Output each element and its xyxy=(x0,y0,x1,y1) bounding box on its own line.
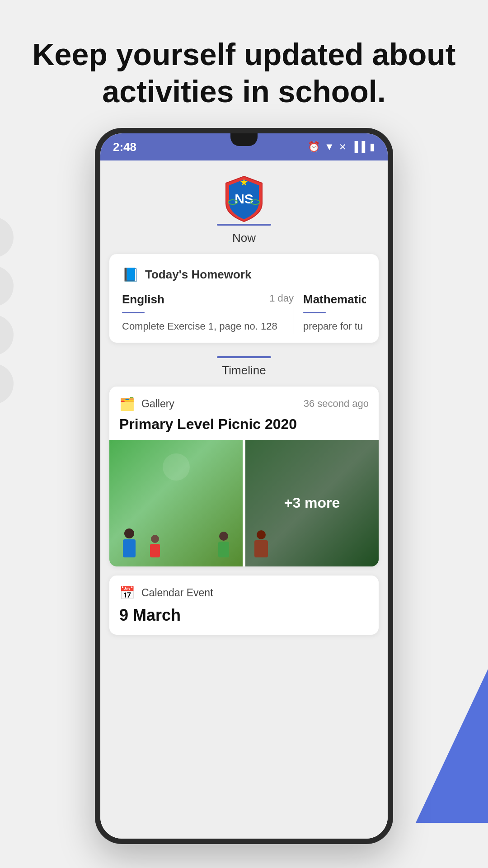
alarm-icon: ⏰ xyxy=(308,141,320,153)
more-images-overlay: +3 more xyxy=(245,440,379,566)
english-days: 1 day xyxy=(269,292,294,304)
gallery-img-outdoor-1 xyxy=(109,440,243,566)
gallery-card[interactable]: 🗂️ Gallery 36 second ago Primary Level P… xyxy=(109,387,379,566)
signal-x-icon: ✕ xyxy=(339,142,347,152)
phone-mockup: 2:48 ⏰ ▼ ✕ ▐▐ ▮ NS xyxy=(0,128,488,844)
gallery-card-header: 🗂️ Gallery 36 second ago xyxy=(119,396,369,411)
page-title: Keep yourself updated about activities i… xyxy=(27,36,461,110)
app-content: NS Now 📘 Today's Homework xyxy=(100,160,388,839)
gallery-image-2: +3 more xyxy=(245,440,379,566)
math-underline xyxy=(303,312,326,313)
gallery-type: Gallery xyxy=(141,398,174,410)
english-underline xyxy=(122,312,145,313)
calendar-event-date: 9 March xyxy=(119,606,369,625)
homework-card-header: 📘 Today's Homework xyxy=(122,267,366,283)
calendar-event-card[interactable]: 📅 Calendar Event 9 March xyxy=(109,576,379,635)
camera-notch xyxy=(230,133,258,146)
timeline-section: Timeline xyxy=(100,352,388,387)
status-icons: ⏰ ▼ ✕ ▐▐ ▮ xyxy=(308,141,375,153)
english-subject-name: English xyxy=(122,292,164,307)
gallery-event-title: Primary Level Picnic 2020 xyxy=(119,416,369,433)
logo-underline xyxy=(217,224,271,226)
homework-icon: 📘 xyxy=(122,267,139,283)
phone-frame: 2:48 ⏰ ▼ ✕ ▐▐ ▮ NS xyxy=(95,128,393,844)
status-bar: 2:48 ⏰ ▼ ✕ ▐▐ ▮ xyxy=(100,133,388,160)
school-logo-svg: NS xyxy=(221,174,267,224)
english-row-top: English 1 day xyxy=(122,292,294,309)
math-row-top: Mathematic xyxy=(303,292,366,309)
status-time: 2:48 xyxy=(113,140,136,154)
calendar-event-type: Calendar Event xyxy=(141,587,213,599)
svg-text:NS: NS xyxy=(235,191,253,206)
page-header: Keep yourself updated about activities i… xyxy=(0,0,488,128)
more-count: +3 more xyxy=(284,495,340,511)
logo-section: NS Now xyxy=(100,160,388,254)
gallery-time: 36 second ago xyxy=(304,398,369,410)
now-label: Now xyxy=(232,231,256,245)
math-task: prepare for tu xyxy=(303,321,363,332)
timeline-underline xyxy=(217,356,271,358)
calendar-icon: 📅 xyxy=(119,585,135,600)
homework-subject-english: English 1 day Complete Exercise 1, page … xyxy=(122,292,294,334)
homework-card: 📘 Today's Homework English 1 day Complet… xyxy=(109,254,379,343)
homework-columns: English 1 day Complete Exercise 1, page … xyxy=(122,292,366,334)
gallery-images: +3 more xyxy=(109,440,379,566)
signal-bars-icon: ▐▐ xyxy=(351,141,365,153)
homework-title: Today's Homework xyxy=(145,268,251,282)
battery-icon: ▮ xyxy=(370,141,375,153)
english-task: Complete Exercise 1, page no. 128 xyxy=(122,321,277,332)
gallery-icon: 🗂️ xyxy=(119,396,135,411)
school-logo: NS xyxy=(221,174,267,219)
math-subject-name: Mathematic xyxy=(303,292,366,307)
gallery-image-1 xyxy=(109,440,243,566)
wifi-icon: ▼ xyxy=(324,141,334,153)
homework-subject-math: Mathematic prepare for tu xyxy=(294,292,366,334)
timeline-label: Timeline xyxy=(222,363,266,377)
calendar-card-header: 📅 Calendar Event xyxy=(119,585,369,600)
